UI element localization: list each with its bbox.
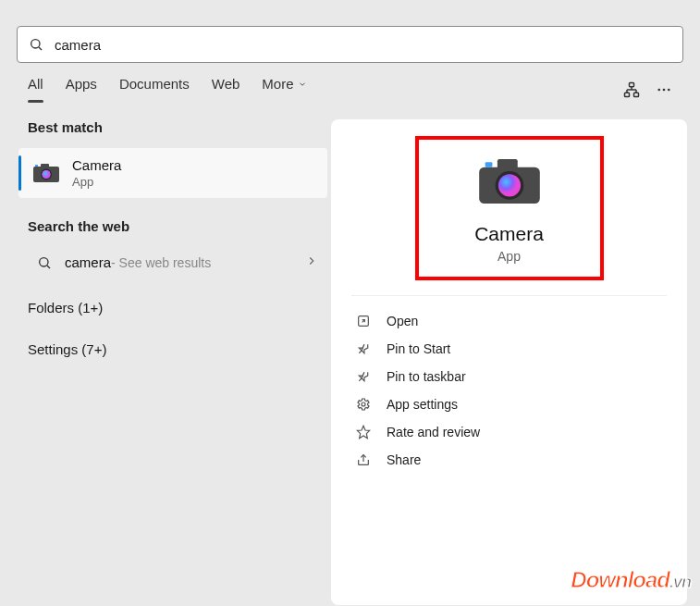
open-icon: [355, 314, 372, 328]
tab-web[interactable]: Web: [212, 76, 240, 103]
web-query: camera: [65, 254, 111, 270]
svg-point-26: [362, 402, 365, 406]
action-pin-taskbar[interactable]: Pin to taskbar: [351, 363, 667, 390]
action-app-settings[interactable]: App settings: [351, 390, 667, 418]
svg-point-10: [663, 88, 666, 91]
preview-panel: Camera App Open Pin to Start Pin to task…: [331, 119, 687, 605]
divider: [351, 295, 667, 296]
action-pin-start-label: Pin to Start: [387, 341, 450, 356]
tab-apps[interactable]: Apps: [66, 76, 97, 103]
org-chart-icon[interactable]: [622, 80, 641, 99]
svg-point-9: [657, 88, 660, 91]
best-match-name: Camera: [72, 157, 121, 173]
search-icon: [37, 255, 52, 270]
chevron-right-icon: [305, 254, 318, 270]
web-result-item[interactable]: camera - See web results: [28, 247, 327, 278]
web-hint: - See web results: [111, 255, 211, 270]
best-match-title: Best match: [28, 119, 327, 135]
share-icon: [355, 452, 372, 467]
chevron-down-icon: [298, 76, 307, 92]
tab-more[interactable]: More: [262, 76, 306, 103]
svg-point-24: [497, 174, 520, 196]
watermark-suffix: .vn: [669, 573, 691, 591]
search-icon: [29, 37, 43, 52]
content-area: Best match Camera App Search the web: [0, 119, 700, 605]
folders-section[interactable]: Folders (1+): [28, 287, 327, 328]
action-share[interactable]: Share: [351, 446, 667, 474]
action-share-label: Share: [387, 452, 421, 467]
action-open-label: Open: [387, 314, 418, 328]
tab-documents[interactable]: Documents: [119, 76, 190, 103]
action-open[interactable]: Open: [351, 307, 667, 335]
settings-section[interactable]: Settings (7+): [28, 328, 327, 370]
tabs-left: All Apps Documents Web More: [28, 76, 307, 103]
svg-point-11: [668, 88, 670, 91]
tabs-right-actions: [622, 80, 672, 99]
svg-point-18: [40, 257, 48, 266]
svg-point-16: [43, 170, 51, 179]
action-app-settings-label: App settings: [387, 397, 458, 412]
hero-highlight-box: Camera App: [415, 136, 604, 280]
svg-rect-21: [497, 159, 517, 169]
svg-marker-27: [357, 426, 369, 438]
svg-point-0: [31, 40, 40, 48]
search-web-title: Search the web: [28, 218, 327, 234]
best-match-type: App: [72, 175, 121, 189]
action-rate[interactable]: Rate and review: [351, 418, 667, 446]
svg-rect-13: [41, 164, 49, 167]
search-input[interactable]: [55, 37, 671, 53]
hero-title: Camera: [428, 223, 591, 245]
best-match-text: Camera App: [72, 157, 121, 189]
search-box[interactable]: [17, 26, 683, 63]
search-area: [0, 0, 700, 63]
svg-rect-4: [634, 93, 639, 96]
star-icon: [355, 425, 372, 439]
camera-hero-icon: [428, 156, 591, 206]
svg-rect-3: [625, 93, 630, 96]
action-rate-label: Rate and review: [387, 425, 480, 439]
pin-icon: [355, 369, 372, 384]
tabs-row: All Apps Documents Web More: [0, 63, 700, 103]
results-column: Best match Camera App Search the web: [13, 119, 327, 605]
best-match-item[interactable]: Camera App: [18, 148, 327, 198]
watermark-main: Download: [571, 567, 669, 592]
tab-all[interactable]: All: [28, 76, 43, 103]
watermark: Download.vn: [571, 567, 691, 593]
svg-line-19: [47, 266, 50, 268]
action-pin-start[interactable]: Pin to Start: [351, 335, 667, 363]
gear-icon: [355, 397, 372, 412]
hero-subtitle: App: [428, 249, 591, 264]
more-icon[interactable]: [656, 81, 672, 98]
camera-thumb-icon: [31, 158, 61, 188]
tab-more-label: More: [262, 76, 293, 92]
svg-rect-2: [630, 82, 634, 86]
svg-rect-17: [35, 165, 38, 167]
svg-rect-22: [485, 162, 492, 167]
pin-icon: [355, 341, 372, 356]
svg-line-1: [39, 47, 42, 50]
action-pin-taskbar-label: Pin to taskbar: [387, 369, 466, 384]
